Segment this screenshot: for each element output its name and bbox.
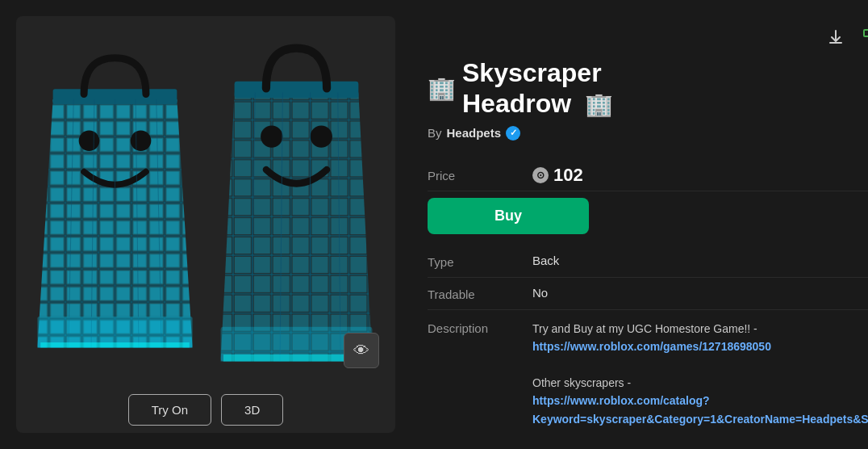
description-text: Try and Buy at my UGC Homestore Game!! -… (532, 320, 868, 428)
title-emoji-right: 🏢 (585, 92, 613, 117)
price-amount: 102 (553, 165, 583, 186)
price-row: Price ⊙ 102 (428, 157, 868, 191)
3d-button[interactable]: 3D (221, 394, 283, 426)
description-line1: Try and Buy at my UGC Homestore Game!! - (532, 322, 757, 335)
svg-point-5 (79, 131, 100, 152)
title-emoji-left: 🏢 (428, 75, 456, 103)
description-label: Description (428, 320, 532, 335)
svg-point-19 (311, 126, 332, 148)
main-container: 👁 Try On 3D ··· (0, 0, 868, 449)
price-label: Price (428, 167, 532, 183)
type-row: Type Back (428, 245, 868, 278)
tradable-value: No (532, 286, 868, 300)
type-label: Type (428, 254, 532, 269)
verified-badge: ✓ (506, 126, 520, 141)
type-value: Back (532, 254, 868, 267)
download-icon (827, 28, 845, 46)
try-on-button[interactable]: Try On (128, 394, 211, 426)
svg-point-18 (261, 126, 282, 148)
eye-icon: 👁 (353, 342, 369, 360)
small-bag-preview (214, 23, 379, 382)
creator-by-label: By (428, 126, 442, 140)
price-value: ⊙ 102 (532, 165, 583, 186)
description-link2[interactable]: https://www.roblox.com/catalog?Keyword=s… (532, 394, 868, 425)
svg-rect-13 (40, 342, 190, 347)
title-part1: Skyscraper (462, 58, 602, 87)
eye-button[interactable]: 👁 (344, 333, 379, 368)
info-panel: ··· 🏢 Skyscraper Headrow 🏢 By Headpets ✓… (419, 16, 868, 433)
large-bag-preview (32, 23, 198, 382)
top-actions: ··· (428, 24, 868, 49)
share-icon (862, 28, 868, 46)
description-row: Description Try and Buy at my UGC Homest… (428, 310, 868, 436)
svg-rect-26 (864, 30, 868, 36)
buy-button[interactable]: Buy (428, 198, 589, 234)
creator-line: By Headpets ✓ (428, 126, 868, 141)
tradable-row: Tradable No (428, 278, 868, 310)
preview-buttons: Try On 3D (128, 383, 283, 426)
tradable-label: Tradable (428, 286, 532, 301)
description-link1[interactable]: https://www.roblox.com/games/12718698050 (532, 340, 771, 353)
robux-icon: ⊙ (532, 167, 549, 183)
title-text: Skyscraper Headrow 🏢 (462, 57, 613, 120)
download-button[interactable] (824, 25, 848, 49)
preview-items (32, 23, 379, 382)
svg-marker-16 (221, 93, 373, 362)
svg-rect-17 (235, 82, 359, 98)
title-part2: Headrow (462, 89, 571, 118)
creator-name[interactable]: Headpets (447, 126, 502, 140)
preview-panel: 👁 Try On 3D (16, 16, 395, 433)
svg-point-6 (131, 131, 152, 152)
share-button[interactable] (859, 25, 868, 49)
description-line2: Other skyscrapers - (532, 376, 631, 389)
item-title: 🏢 Skyscraper Headrow 🏢 (428, 57, 868, 120)
